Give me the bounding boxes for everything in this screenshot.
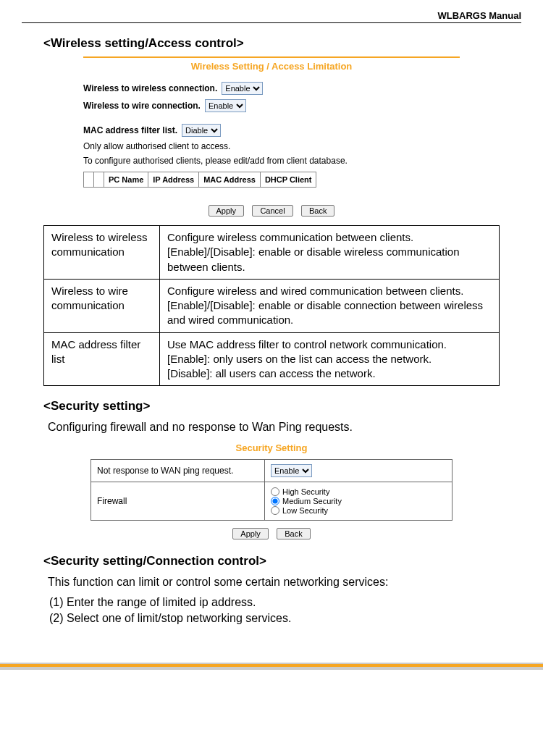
table-lead-cell <box>94 172 104 188</box>
wan-ping-text: Not response to WAN ping request. <box>97 466 233 476</box>
table-row: Wireless to wireless communication Confi… <box>44 226 500 280</box>
security-intro-text: Configuring firewall and no response to … <box>48 419 500 435</box>
footer: 37 <box>0 663 543 670</box>
desc-text-wireless-wireless: Configure wireless communication between… <box>160 226 500 280</box>
radio-high-security[interactable] <box>271 487 279 496</box>
row-wireless-to-wire: Wireless to wire connection. Enable <box>83 99 460 112</box>
step-2: (2) Select one of limit/stop networking … <box>49 612 500 625</box>
section-wireless-access-control: <Wireless setting/Access control> <box>43 36 500 51</box>
header-bar: WLBARGS Manual <box>22 10 521 23</box>
desc-label-wireless-wireless: Wireless to wireless communication <box>44 226 160 280</box>
radio-label-medium: Medium Security <box>282 497 342 505</box>
section-connection-control: <Security setting/Connection control> <box>43 554 500 568</box>
back-button[interactable]: Back <box>301 205 334 217</box>
manual-title: WLBARGS Manual <box>437 10 521 21</box>
note-authorised-access: Only allow authorised client to access. <box>83 141 460 151</box>
table-lead-cell <box>84 172 94 188</box>
radio-medium-security[interactable] <box>271 497 279 505</box>
select-mac-filter[interactable]: Diable <box>182 124 221 137</box>
radio-high-security-row: High Security <box>271 487 446 496</box>
label-wireless-to-wireless: Wireless to wireless connection. <box>83 83 217 93</box>
cell-wan-ping-select: Enable <box>265 459 452 482</box>
radio-medium-security-row: Medium Security <box>271 497 446 505</box>
row-wireless-to-wireless: Wireless to wireless connection. Enable <box>83 82 460 95</box>
table-row: Not response to WAN ping request. Enable <box>91 459 452 482</box>
wireless-setting-title: Wireless Setting / Access Limitation <box>83 61 460 72</box>
label-firewall: Firewall <box>91 482 265 520</box>
label-wan-ping: Not response to WAN ping request. <box>91 459 265 482</box>
label-wireless-to-wire: Wireless to wire connection. <box>83 101 201 111</box>
col-mac-address: MAC Address <box>199 172 261 188</box>
radio-low-security-row: Low Security <box>271 506 446 515</box>
button-row: Apply Cancel Back <box>83 205 460 217</box>
cell-firewall-radios: High Security Medium Security Low Securi… <box>265 482 452 520</box>
note-configure-clients: To configure authorised clients, please … <box>83 156 460 166</box>
screenshot-security-setting: Security Setting Not response to WAN pin… <box>90 442 452 539</box>
select-wan-ping[interactable]: Enable <box>271 464 312 477</box>
button-row: Apply Back <box>90 528 452 539</box>
table-row: Wireless to wire communication Configure… <box>44 279 500 332</box>
desc-label-mac-filter: MAC address filter list <box>44 332 160 386</box>
screenshot-wireless-setting: Wireless Setting / Access Limitation Wir… <box>83 56 460 217</box>
row-mac-filter: MAC address filter list. Diable <box>83 124 460 137</box>
security-table: Not response to WAN ping request. Enable… <box>90 459 452 521</box>
desc-label-wireless-wire: Wireless to wire communication <box>44 279 160 332</box>
apply-button[interactable]: Apply <box>209 205 245 217</box>
apply-button[interactable]: Apply <box>232 528 269 539</box>
table-row: MAC address filter list Use MAC address … <box>44 332 500 386</box>
select-wireless-to-wireless[interactable]: Enable <box>222 82 263 95</box>
back-button[interactable]: Back <box>277 528 310 539</box>
description-table: Wireless to wireless communication Confi… <box>43 225 500 386</box>
radio-label-low: Low Security <box>282 506 328 515</box>
table-row: Firewall High Security Medium Security L… <box>91 482 452 520</box>
step-1: (1) Enter the range of limited ip addres… <box>49 596 500 609</box>
desc-text-mac-filter: Use MAC address filter to control networ… <box>160 332 500 386</box>
connection-control-intro: This function can limit or control some … <box>48 574 500 590</box>
col-ip-address: IP Address <box>148 172 199 188</box>
section-security-setting: <Security setting> <box>43 399 500 413</box>
page-content: <Wireless setting/Access control> Wirele… <box>0 23 543 642</box>
cancel-button[interactable]: Cancel <box>252 205 292 217</box>
client-table: PC Name IP Address MAC Address DHCP Clie… <box>83 172 316 188</box>
col-dhcp-client: DHCP Client <box>260 172 316 188</box>
footer-bar <box>0 663 543 670</box>
col-pc-name: PC Name <box>104 172 148 188</box>
radio-label-high: High Security <box>282 487 329 496</box>
security-setting-title: Security Setting <box>90 442 452 453</box>
select-wireless-to-wire[interactable]: Enable <box>205 99 246 112</box>
label-mac-filter: MAC address filter list. <box>83 125 177 135</box>
radio-low-security[interactable] <box>271 506 279 515</box>
desc-text-wireless-wire: Configure wireless and wired communicati… <box>160 279 500 332</box>
